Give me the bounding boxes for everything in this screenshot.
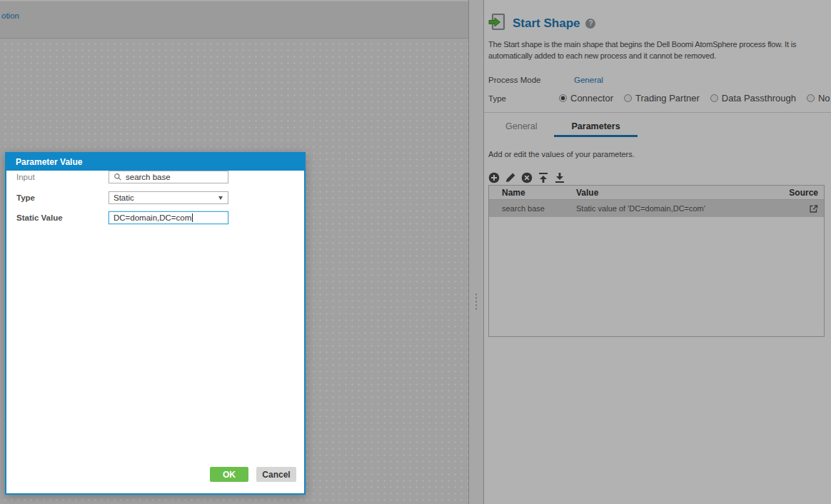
static-value-text: DC=domain,DC=com xyxy=(114,213,191,222)
ok-button[interactable]: OK xyxy=(210,467,248,482)
text-caret xyxy=(192,213,193,222)
cancel-button[interactable]: Cancel xyxy=(256,467,296,482)
input-search-field[interactable]: search base xyxy=(109,171,228,183)
input-label: Input xyxy=(16,173,35,181)
input-search-value: search base xyxy=(126,173,171,181)
parameter-value-dialog: Parameter Value Input search base Type S… xyxy=(5,152,306,495)
type-select[interactable]: Static xyxy=(109,191,228,204)
static-value-row: Static Value DC=domain,DC=com xyxy=(6,211,304,226)
type-select-value: Static xyxy=(114,193,134,202)
static-value-input[interactable]: DC=domain,DC=com xyxy=(109,211,228,224)
search-icon xyxy=(114,173,122,181)
type-field-label: Type xyxy=(16,193,35,202)
static-value-label: Static Value xyxy=(16,213,63,222)
process-builder-window: otion Start Shape ? The Start shape is t… xyxy=(0,0,831,504)
dialog-buttons: OK Cancel xyxy=(210,467,296,482)
input-row: Input search base xyxy=(6,171,304,185)
dropdown-arrow-icon xyxy=(218,196,223,200)
dialog-title: Parameter Value xyxy=(6,153,304,171)
type-field-row: Type Static xyxy=(6,191,304,206)
